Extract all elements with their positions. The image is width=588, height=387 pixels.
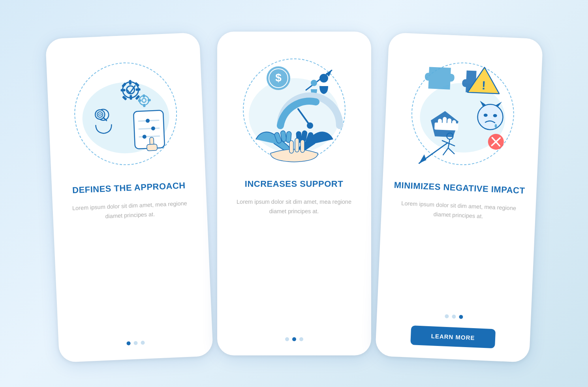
- dot-3-1: [445, 314, 449, 318]
- svg-marker-71: [419, 154, 426, 164]
- card-3-dots: [445, 314, 463, 319]
- learn-more-button[interactable]: LEARN MORE: [410, 325, 496, 348]
- svg-rect-69: [434, 122, 458, 131]
- card-1-title: DEFINES THE APPROACH: [72, 180, 186, 196]
- dot-2-1: [285, 337, 289, 341]
- card-1-body: Lorem ipsum dolor sit dim amet, mea regi…: [63, 198, 196, 223]
- svg-rect-3: [129, 80, 132, 85]
- phone-card-2: $: [217, 32, 371, 355]
- svg-rect-13: [143, 94, 145, 98]
- svg-rect-24: [133, 110, 164, 149]
- dot-2-2: [292, 337, 296, 341]
- card-2-body: Lorem ipsum dolor sit dim amet, mea regi…: [228, 197, 360, 216]
- dot-3-2: [452, 314, 456, 318]
- svg-point-40: [319, 74, 328, 83]
- svg-rect-32: [147, 144, 157, 151]
- svg-rect-51: [301, 140, 304, 152]
- dot-2-3: [299, 337, 303, 341]
- phones-container: DEFINES THE APPROACH Lorem ipsum dolor s…: [52, 32, 536, 355]
- card-3-body: Lorem ipsum dolor sit dim amet, mea regi…: [392, 198, 525, 223]
- dot-1-2: [133, 341, 137, 345]
- illustration-2: $: [235, 51, 353, 169]
- phone-card-3: !: [375, 32, 543, 363]
- svg-rect-50: [295, 138, 299, 152]
- dot-1-3: [141, 341, 145, 345]
- svg-rect-16: [147, 99, 150, 101]
- illustration-svg-3: !: [403, 54, 522, 173]
- illustration-svg-2: $: [237, 53, 351, 167]
- illustration-1: [64, 52, 187, 176]
- card-1-dots: [126, 341, 145, 346]
- svg-point-39: [311, 80, 317, 86]
- card-2-dots: [285, 337, 303, 341]
- dot-1-1: [126, 341, 130, 345]
- svg-rect-15: [138, 99, 141, 101]
- card-2-title: INCREASES SUPPORT: [245, 178, 343, 190]
- svg-text:$: $: [275, 71, 282, 84]
- svg-rect-49: [289, 141, 293, 153]
- svg-rect-4: [130, 95, 132, 100]
- svg-rect-5: [120, 89, 125, 92]
- card-3-title: MINIMIZES NEGATIVE IMPACT: [394, 180, 525, 197]
- illustration-3: !: [401, 52, 524, 176]
- dot-3-3: [459, 315, 463, 319]
- svg-point-42: [307, 122, 313, 129]
- illustration-svg-1: [66, 54, 185, 173]
- svg-rect-6: [135, 88, 140, 91]
- phone-card-1: DEFINES THE APPROACH Lorem ipsum dolor s…: [45, 32, 213, 363]
- svg-rect-14: [143, 104, 145, 107]
- svg-text:!: !: [481, 79, 486, 92]
